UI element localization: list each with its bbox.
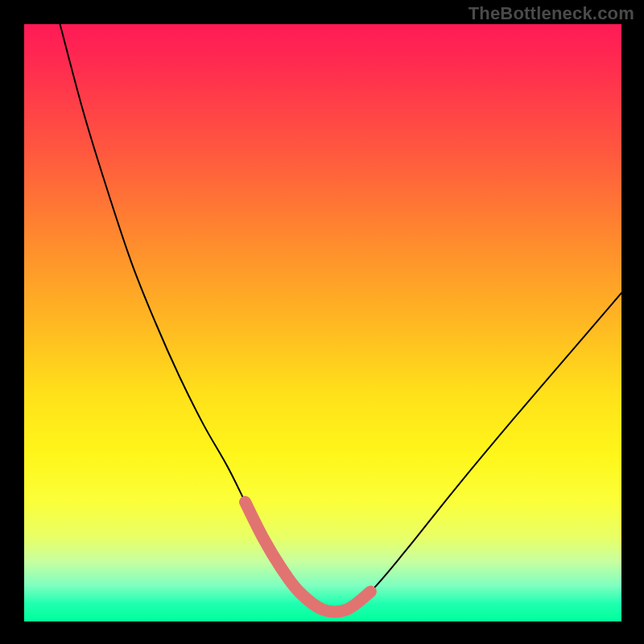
bottleneck-curve (60, 24, 621, 612)
chart-frame: TheBottleneck.com (0, 0, 644, 644)
watermark-text: TheBottleneck.com (469, 3, 634, 24)
optimal-range-highlight (246, 502, 371, 613)
curve-layer (24, 24, 621, 621)
plot-area (24, 24, 621, 621)
